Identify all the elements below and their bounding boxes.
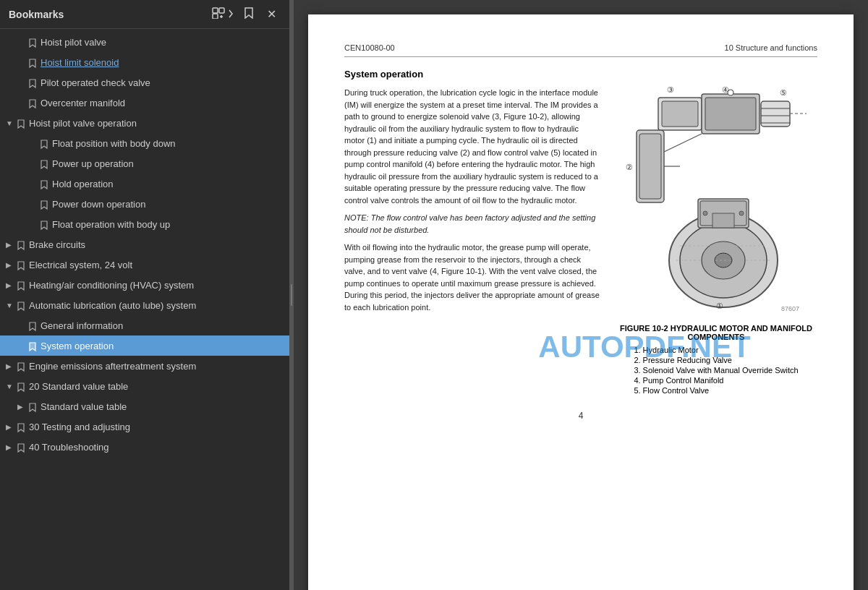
bookmark-label: Float position with body down: [52, 138, 176, 149]
bookmark-icon: [41, 218, 52, 229]
bookmark-item-system-operation[interactable]: System operation: [0, 335, 289, 356]
content-layout: During truck operation, the lubrication …: [344, 87, 817, 396]
bookmark-item-hold-operation[interactable]: Hold operation: [0, 174, 289, 194]
toolbar-expand-btn[interactable]: [209, 6, 237, 22]
expand-icon: ▼: [6, 382, 14, 390]
expand-icon: ▶: [6, 362, 14, 370]
bookmark-item-power-up-operation[interactable]: Power up operation: [0, 153, 289, 174]
expand-icon: ▶: [6, 423, 14, 431]
bookmark-label: 40 Troubleshooting: [29, 442, 109, 453]
bookmark-item-standard-value-table-group[interactable]: ▼ 20 Standard value table: [0, 376, 289, 396]
bookmark-item-pilot-operated-check-valve[interactable]: Pilot operated check valve: [0, 72, 289, 93]
expand-icon: ▶: [6, 443, 14, 451]
figure-list-item: 5. Flow Control Valve: [634, 386, 798, 395]
expand-icon: ▼: [6, 119, 14, 127]
toolbar-bookmark-btn[interactable]: [241, 6, 257, 22]
bookmark-label: Standard value table: [41, 401, 127, 412]
svg-rect-8: [705, 98, 756, 130]
bookmark-label: 30 Testing and adjusting: [29, 422, 130, 432]
bookmark-icon: [29, 401, 41, 411]
figure-list: 1. Hydraulic Motor2. Pressure Reducing V…: [634, 346, 798, 396]
bookmark-label: Power down operation: [52, 199, 145, 210]
bookmark-item-hoist-limit-solenoid[interactable]: Hoist limit solenoid: [0, 52, 289, 72]
svg-text:87607: 87607: [781, 305, 799, 312]
figure-box: ③ ④ ⑤ ②: [615, 87, 817, 396]
bookmark-item-hoist-pilot-valve-operation[interactable]: ▼ Hoist pilot valve operation: [0, 113, 289, 133]
svg-text:⑤: ⑤: [780, 88, 787, 97]
svg-rect-31: [712, 213, 734, 228]
svg-text:④: ④: [722, 87, 729, 94]
bookmark-item-electrical-system[interactable]: ▶ Electrical system, 24 volt: [0, 255, 289, 275]
figure-list-item: 3. Solenoid Valve with Manual Override S…: [634, 366, 798, 375]
page-number: 4: [344, 411, 817, 421]
bookmark-icon: [41, 158, 52, 168]
bookmark-icon: [17, 380, 29, 391]
main-content: CEN10080-00 10 Structure and functions S…: [294, 0, 868, 590]
bookmark-label: 20 Standard value table: [29, 381, 128, 392]
bookmark-icon: [29, 56, 41, 67]
bookmark-icon: [29, 77, 41, 87]
bookmark-label: Heating/air conditioning (HVAC) system: [29, 280, 194, 291]
figure-title: FIGURE 10-2 HYDRAULIC MOTOR AND MANIFOLD…: [615, 324, 817, 341]
svg-text:③: ③: [667, 87, 674, 94]
expand-icon: ▼: [6, 302, 14, 309]
bookmark-label: Overcenter manifold: [41, 98, 125, 108]
bookmark-list: Hoist pilot valve Hoist limit solenoid P…: [0, 29, 289, 590]
body-text-2: With oil flowing into the hydraulic moto…: [344, 241, 600, 313]
svg-point-33: [703, 211, 707, 215]
diagram-column: ③ ④ ⑤ ②: [615, 87, 817, 396]
sidebar: Bookmarks: [0, 0, 289, 590]
bookmark-item-engine-emissions[interactable]: ▶ Engine emissions aftertreatment system: [0, 356, 289, 376]
svg-rect-2: [213, 14, 218, 19]
figure-list-item: 2. Pressure Reducing Valve: [634, 356, 798, 364]
bookmark-item-testing-adjusting[interactable]: ▶ 30 Testing and adjusting: [0, 416, 289, 437]
svg-line-20: [664, 134, 702, 152]
bookmark-label: General information: [41, 320, 123, 331]
bookmark-icon: [17, 279, 29, 290]
bookmark-label: Hold operation: [52, 179, 114, 189]
bookmark-icon: [29, 97, 41, 108]
svg-rect-1: [219, 8, 224, 13]
bookmark-label: Hoist pilot valve: [41, 37, 106, 48]
bookmark-icon: [41, 198, 52, 209]
bookmark-label: System operation: [41, 341, 114, 351]
bookmark-icon: [29, 340, 41, 351]
bookmark-label: Power up operation: [52, 158, 134, 169]
bookmark-icon: [17, 299, 29, 310]
sidebar-header: Bookmarks: [0, 0, 289, 29]
figure-list-item: 1. Hydraulic Motor: [634, 346, 798, 354]
figure-list-item: 4. Pump Control Manifold: [634, 376, 798, 385]
sidebar-splitter[interactable]: [289, 0, 294, 590]
bookmark-icon: [17, 239, 29, 249]
bookmark-item-general-information[interactable]: General information: [0, 315, 289, 335]
bookmark-icon: [29, 36, 41, 47]
body-note: NOTE: The flow control valve has been fa…: [344, 212, 600, 236]
bookmark-item-overcenter-manifold[interactable]: Overcenter manifold: [0, 93, 289, 113]
bookmark-item-hvac[interactable]: ▶ Heating/air conditioning (HVAC) system: [0, 275, 289, 295]
bookmark-item-power-down-operation[interactable]: Power down operation: [0, 194, 289, 214]
bookmark-item-hoist-pilot-valve[interactable]: Hoist pilot valve: [0, 32, 289, 52]
close-button[interactable]: ✕: [263, 6, 281, 22]
svg-rect-19: [639, 134, 661, 199]
header-left: CEN10080-00: [344, 43, 395, 52]
page-header: CEN10080-00 10 Structure and functions: [344, 43, 817, 57]
bookmark-item-float-operation-body-up[interactable]: Float operation with body up: [0, 214, 289, 234]
bookmark-icon: [17, 441, 29, 452]
bookmark-icon: [41, 178, 52, 189]
bookmark-item-float-position-body-down[interactable]: Float position with body down: [0, 133, 289, 153]
bookmark-item-brake-circuits[interactable]: ▶ Brake circuits: [0, 234, 289, 255]
bookmark-item-standard-value-table[interactable]: ▶ Standard value table: [0, 396, 289, 416]
bookmark-label: Automatic lubrication (auto lube) system: [29, 300, 196, 311]
body-text-1: During truck operation, the lubrication …: [344, 87, 600, 206]
bookmark-item-auto-lube[interactable]: ▼ Automatic lubrication (auto lube) syst…: [0, 295, 289, 315]
section-title: System operation: [344, 69, 817, 80]
bookmark-label: Engine emissions aftertreatment system: [29, 361, 196, 372]
svg-text:①: ①: [716, 302, 723, 310]
bookmark-icon: [41, 137, 52, 148]
document-page: CEN10080-00 10 Structure and functions S…: [308, 14, 854, 590]
text-column: During truck operation, the lubrication …: [344, 87, 600, 396]
bookmark-icon: [17, 259, 29, 270]
bookmark-item-troubleshooting[interactable]: ▶ 40 Troubleshooting: [0, 437, 289, 457]
bookmark-icon: [17, 117, 29, 128]
svg-rect-0: [213, 8, 218, 13]
